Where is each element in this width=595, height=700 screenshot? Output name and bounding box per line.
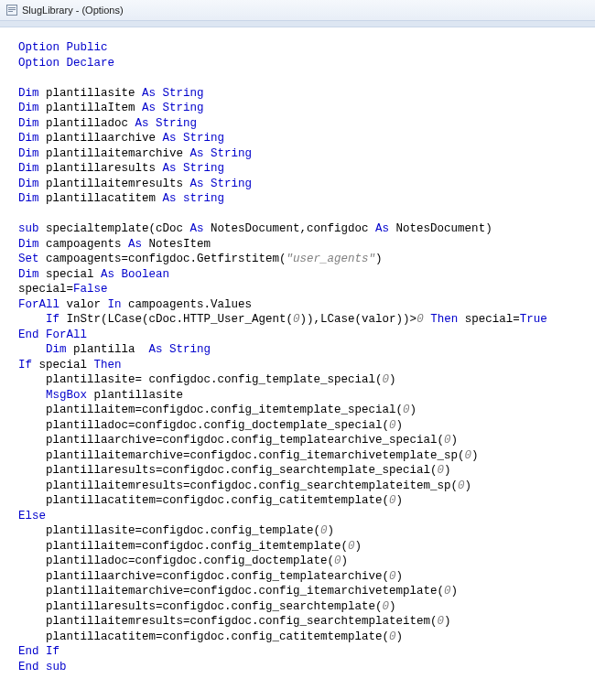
token-kw: As — [190, 222, 204, 235]
token-plain: ) — [328, 524, 335, 537]
code-line: plantillaitemarchive=configdoc.config_it… — [18, 448, 577, 464]
token-num: 0 — [438, 615, 445, 628]
token-kw: If — [46, 313, 60, 326]
token-plain: plantillaitemresults=configdoc.config_se… — [18, 479, 458, 492]
token-plain: ) — [396, 419, 404, 432]
token-kw: Set — [18, 253, 39, 265]
code-line: Dim campoagents As NotesItem — [18, 237, 577, 253]
token-plain: plantillaarchive — [39, 132, 163, 145]
code-line: plantillaitem=configdoc.config_itemtempl… — [18, 539, 577, 555]
token-plain: plantillacatitem=configdoc.config_catite… — [18, 494, 389, 507]
token-plain: ) — [410, 404, 417, 416]
token-plain — [18, 313, 46, 326]
token-num: 0 — [465, 449, 472, 462]
token-plain: ) — [389, 373, 396, 386]
token-plain: ) — [355, 540, 362, 553]
code-line: Dim plantillacatitem As string — [18, 191, 577, 207]
code-line: If special Then — [18, 358, 577, 373]
token-kw: Dim — [46, 343, 67, 356]
token-num: 0 — [389, 419, 396, 432]
code-line: plantillasite=configdoc.config_template(… — [18, 523, 577, 539]
code-line: Dim plantillaarchive As String — [18, 131, 577, 146]
token-kw: Dim — [18, 117, 39, 130]
token-num: 0 — [389, 570, 396, 583]
code-line: plantilladoc=configdoc.config_doctemplat… — [18, 554, 577, 569]
token-plain: plantillaitemresults=configdoc.config_se… — [18, 615, 438, 628]
token-kw: As — [128, 238, 142, 251]
token-plain: InStr(LCase(cDoc.HTTP_User_Agent( — [60, 313, 293, 326]
token-plain: ) — [444, 464, 451, 477]
code-line: Dim plantillaitemresults As String — [18, 177, 577, 192]
token-kw: ForAll — [18, 298, 60, 311]
token-kw: Option — [18, 57, 60, 70]
code-line: plantillasite= configdoc.config_template… — [18, 372, 577, 388]
code-line: ForAll valor In campoagents.Values — [18, 297, 577, 313]
token-num: 0 — [383, 373, 390, 386]
token-kw: Dim — [18, 132, 39, 145]
token-plain: plantilladoc — [39, 117, 135, 130]
token-kw: End sub — [18, 661, 67, 673]
token-num: 0 — [334, 555, 341, 567]
token-kw: Public — [67, 41, 108, 54]
token-kw: Dim — [18, 147, 39, 160]
token-plain: plantillaItem — [39, 102, 143, 114]
code-line: Dim plantillaItem As String — [18, 101, 577, 116]
token-plain: valor — [60, 298, 108, 311]
token-num: 0 — [320, 524, 328, 537]
token-num: 0 — [383, 600, 390, 613]
code-line: If InStr(LCase(cDoc.HTTP_User_Agent(0)),… — [18, 312, 577, 328]
code-line: End sub — [18, 660, 577, 675]
token-plain: campoagents=configdoc.Getfirstitem( — [39, 253, 287, 265]
token-plain: ) — [389, 600, 396, 613]
code-line: Dim plantilla As String — [18, 342, 577, 358]
code-line: Dim plantillaresults As String — [18, 161, 577, 177]
token-plain: ) — [465, 479, 472, 492]
token-kw: MsgBox — [46, 389, 87, 402]
code-line: MsgBox plantillasite — [18, 388, 577, 404]
token-kw: Dim — [18, 192, 39, 205]
token-plain: plantillaitem=configdoc.config_itemtempl… — [18, 404, 403, 416]
token-plain: NotesDocument,configdoc — [204, 222, 376, 235]
token-plain: plantillacatitem — [39, 192, 163, 205]
code-line: End ForAll — [18, 328, 577, 343]
token-plain: plantillasite — [87, 389, 183, 402]
code-line: plantillaitem=configdoc.config_itemtempl… — [18, 403, 577, 418]
token-plain: ) — [341, 555, 349, 567]
token-kw: As String — [135, 117, 198, 130]
token-plain: plantillasite= configdoc.config_template… — [18, 373, 383, 386]
token-kw: Declare — [67, 57, 115, 70]
token-kw: As String — [190, 147, 253, 160]
token-num: 0 — [444, 434, 451, 447]
token-plain: plantilladoc=configdoc.config_doctemplat… — [18, 419, 389, 432]
token-plain: ) — [375, 253, 383, 265]
token-plain: ) — [451, 434, 459, 447]
token-kw: Dim — [18, 162, 39, 175]
token-num: 0 — [444, 585, 451, 598]
code-editor[interactable]: Option PublicOption Declare Dim plantill… — [0, 27, 595, 693]
token-kw: Option — [18, 41, 60, 54]
token-str: "user_agents" — [287, 253, 376, 265]
token-plain: special= — [18, 283, 73, 296]
token-num: 0 — [389, 630, 396, 643]
code-line: plantillacatitem=configdoc.config_catite… — [18, 493, 577, 509]
token-plain — [18, 343, 46, 356]
token-plain: plantillaitemresults — [39, 178, 190, 190]
code-line: Dim plantillasite As String — [18, 86, 577, 102]
token-plain: NotesItem — [142, 238, 211, 251]
code-line: Else — [18, 509, 577, 524]
code-line: Dim special As Boolean — [18, 267, 577, 283]
token-plain: ) — [451, 585, 459, 598]
token-kw: False — [73, 283, 108, 296]
token-kw: Dim — [18, 102, 39, 114]
token-num: 0 — [458, 479, 465, 492]
svg-rect-2 — [8, 9, 16, 10]
token-plain: plantillaresults=configdoc.config_search… — [18, 464, 438, 477]
token-kw: Dim — [18, 87, 39, 100]
token-plain: plantillacatitem=configdoc.config_catite… — [18, 630, 389, 643]
token-kw: Dim — [18, 178, 39, 190]
code-line: Dim plantilladoc As String — [18, 116, 577, 132]
token-plain: ) — [396, 494, 404, 507]
code-line: plantillaitemresults=configdoc.config_se… — [18, 614, 577, 630]
code-line: Dim plantillaitemarchive As String — [18, 146, 577, 162]
token-kw: As String — [190, 178, 253, 190]
